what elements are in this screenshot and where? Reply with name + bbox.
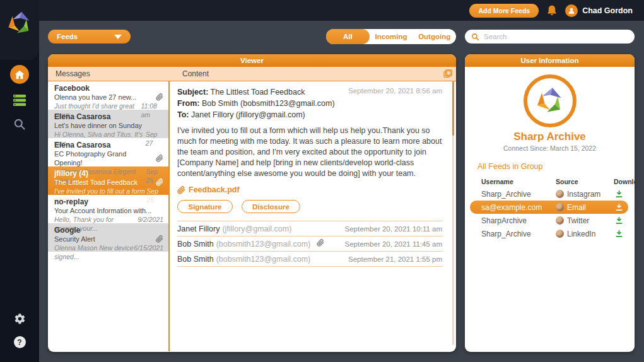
sharp-archive-logo-icon	[535, 86, 565, 116]
notifications-bell-icon[interactable]	[546, 4, 558, 17]
feeds-table: Username Source Download Sharp_Archive I…	[465, 176, 635, 240]
message-subject: Olenna you have 27 new...	[54, 93, 136, 102]
attachment-link[interactable]: Feedback.pdf	[177, 185, 442, 194]
user-avatar-icon	[565, 4, 578, 17]
signature-button[interactable]: Signature	[177, 200, 233, 213]
attachment-icon	[156, 178, 163, 186]
add-more-feeds-button[interactable]: Add More Feeds	[469, 4, 539, 18]
from-value: Bob Smith (bobsmith123@gmail.com)	[202, 99, 335, 108]
attachment-icon	[156, 155, 163, 162]
email-date: September 20, 2021 8:56 am	[348, 87, 442, 95]
thread-row[interactable]: Bob Smith (bobsmith123@gmail.com) Septem…	[177, 236, 442, 252]
email-actions: Signature Disclosure	[177, 200, 442, 213]
thread-email: (bobsmith123@gmail.com)	[216, 255, 311, 264]
source-icon	[556, 216, 564, 225]
gear-icon	[14, 313, 26, 325]
thread-row[interactable]: Janet Fillory (jfillory@gmail.com) Septe…	[177, 221, 442, 236]
sidebar: ?	[0, 0, 39, 362]
content-scrollbar-thumb[interactable]	[452, 81, 454, 136]
tab-outgoing[interactable]: Outgoing	[413, 29, 456, 44]
attachment-icon	[317, 239, 324, 248]
viewer-title: Viewer	[48, 54, 456, 67]
sharp-archive-logo-icon	[6, 10, 33, 37]
thread-date: September 21, 2021 1:55 pm	[348, 255, 442, 263]
message-sender: Facebook	[54, 84, 163, 93]
chevron-down-icon	[114, 35, 122, 39]
col-source: Source	[556, 178, 614, 185]
feed-row-selected[interactable]: sa@example.com Email	[470, 201, 628, 214]
message-time: Sep 27	[146, 130, 163, 148]
feed-source: Email	[567, 203, 586, 212]
thread-sender: Bob Smith	[177, 255, 214, 264]
viewer-subheader: Messages Content	[48, 67, 456, 81]
search-input[interactable]	[484, 33, 628, 40]
message-subject: Your Account Information with...	[54, 206, 151, 215]
user-information-panel: User Information Sharp Archive Connect S…	[465, 54, 635, 352]
messages-column-header: Messages	[48, 69, 182, 78]
open-new-window-button[interactable]	[443, 69, 453, 81]
home-icon	[15, 70, 25, 79]
search-icon	[13, 118, 26, 131]
source-icon	[556, 230, 564, 238]
attachment-icon	[177, 186, 185, 194]
subject-value: The Littlest Toad Feedback	[211, 88, 305, 96]
tab-incoming[interactable]: Incoming	[370, 29, 413, 44]
sidebar-item-search[interactable]	[12, 117, 27, 132]
attachment-name: Feedback.pdf	[189, 185, 240, 194]
message-time: 9/2/2021	[138, 215, 163, 233]
message-time: 11:08 am	[141, 102, 163, 119]
sidebar-logo	[0, 0, 39, 60]
message-subject: The Littlest Toad Feedback	[54, 178, 138, 187]
sidebar-bottom: ?	[0, 313, 39, 348]
message-preview: Olenna Mason New device signed...	[54, 243, 134, 261]
feeds-table-header: Username Source Download	[470, 176, 628, 187]
feed-username: Sharp_Archive	[481, 230, 556, 238]
message-subject: Security Alert	[54, 235, 95, 243]
feed-source: Twitter	[567, 216, 589, 225]
thread-date: September 20, 2021 10:11 am	[344, 225, 442, 233]
search-icon	[471, 33, 479, 41]
download-button[interactable]	[614, 190, 624, 198]
download-button[interactable]	[614, 203, 624, 211]
feeds-dropdown[interactable]: Feeds	[48, 30, 131, 44]
help-button[interactable]: ?	[14, 336, 26, 348]
sidebar-item-settings[interactable]	[14, 313, 26, 327]
to-value: Janet Fillory (jfillory@gmail.com)	[191, 110, 305, 119]
thread-email: (jfillory@gmail.com)	[222, 225, 291, 233]
download-button[interactable]	[614, 230, 624, 238]
source-icon	[556, 203, 564, 211]
user-information-title: User Information	[465, 54, 635, 67]
top-bar: Add More Feeds Chad Gordon	[0, 0, 644, 21]
content-column-header: Content	[182, 69, 456, 78]
viewer-panel: Viewer Messages Content Facebook Olenna …	[48, 54, 456, 352]
attachment-icon	[156, 93, 163, 101]
user-chip[interactable]: Chad Gordon	[565, 4, 633, 17]
main-area: Feeds All Incoming Outgoing Viewer Messa…	[39, 21, 644, 362]
feed-row[interactable]: SharpArchive Twitter	[470, 214, 628, 227]
disclosure-button[interactable]: Disclosure	[242, 200, 300, 213]
sidebar-item-feeds-list[interactable]	[12, 93, 27, 108]
message-subject: EC Photography Grand Opening!	[54, 149, 156, 167]
download-button[interactable]	[614, 216, 624, 225]
feed-username: sa@example.com	[481, 203, 556, 212]
tab-all[interactable]: All	[326, 29, 370, 44]
from-label: From:	[177, 99, 199, 108]
message-item[interactable]: Facebook Olenna you have 27 new... Just …	[48, 81, 168, 110]
thread-sender: Janet Fillory	[177, 225, 220, 233]
message-time: 6/15/2021	[134, 243, 163, 261]
feed-row[interactable]: Sharp_Archive Instagram	[470, 187, 628, 201]
feed-row[interactable]: Sharp_Archive LinkedIn	[470, 227, 628, 240]
sidebar-item-home[interactable]	[10, 65, 29, 84]
filter-tabs: All Incoming Outgoing	[326, 29, 456, 44]
feed-source: Instagram	[567, 190, 600, 199]
messages-list: Facebook Olenna you have 27 new... Just …	[48, 81, 170, 351]
subject-label: Subject:	[177, 88, 208, 96]
list-icon	[13, 94, 26, 107]
content-pane: Subject: The Littlest Toad Feedback Sept…	[170, 81, 456, 351]
email-body: I've invited you to fill out a form whic…	[177, 126, 442, 179]
thread-row[interactable]: Bob Smith (bobsmith123@gmail.com) Septem…	[177, 252, 442, 267]
feed-username: Sharp_Archive	[481, 190, 556, 199]
feed-username: SharpArchive	[481, 216, 556, 225]
thread-date: September 20, 2021 11:45 am	[344, 240, 442, 248]
thread-sender: Bob Smith	[177, 240, 214, 248]
